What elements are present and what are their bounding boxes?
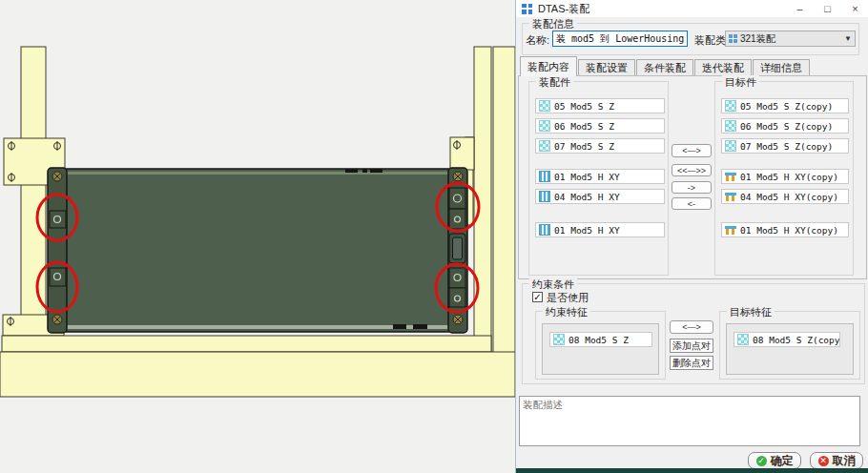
cancel-button-label: 取消: [833, 453, 856, 469]
use-constraint-checkbox[interactable]: ✓: [532, 292, 543, 302]
tab-strip: 装配内容 装配设置 条件装配 迭代装配 详细信息: [520, 59, 811, 76]
assembly-item-label: 05 Mod5 S Z: [554, 101, 614, 112]
target-parts-group-label: 目标件: [722, 75, 759, 90]
surface-feature-icon: [553, 334, 565, 345]
surface-feature-icon: [725, 100, 736, 112]
target-feature-group-label: 目标特征: [727, 305, 775, 319]
target-item-label: 06 Mod5 S Z(copy): [740, 121, 833, 132]
window-bottom-edge: [516, 468, 868, 473]
tab-assembly-content[interactable]: 装配内容: [520, 56, 577, 76]
name-label: 名称:: [526, 33, 549, 48]
assembly-item-06[interactable]: 06 Mod5 S Z: [535, 118, 665, 134]
target-item-05[interactable]: 05 Mod5 S Z(copy): [721, 98, 849, 113]
assembly-type-value: 321装配: [740, 32, 775, 46]
assembly-parts-group-label: 装配件: [536, 75, 573, 90]
name-input[interactable]: [552, 31, 688, 47]
target-item-label: 04 Mod5 H XY(copy): [740, 192, 838, 202]
assembly-item-label: 06 Mod5 S Z: [554, 121, 614, 132]
assembly-description-textarea[interactable]: [519, 396, 860, 446]
tab-conditional-assembly[interactable]: 条件装配: [636, 59, 693, 76]
target-item-label: 01 Mod5 H XY(copy): [740, 225, 838, 236]
target-item-label: 01 Mod5 H XY(copy): [740, 172, 838, 182]
move-left-button[interactable]: <-: [672, 197, 712, 210]
tab-assembly-settings[interactable]: 装配设置: [578, 59, 635, 76]
constraint-feature-label: 08 Mod5 S Z: [568, 335, 629, 345]
maximize-button[interactable]: □: [814, 0, 841, 17]
assembly-item-label: 01 Mod5 H XY: [554, 172, 620, 182]
hole-feature-icon: [539, 224, 550, 236]
target-item-07[interactable]: 07 Mod5 S Z(copy): [721, 138, 849, 154]
pin-feature-icon: [725, 193, 736, 201]
tab-iterative-assembly[interactable]: 迭代装配: [694, 59, 752, 76]
assembly-item-01h2[interactable]: 01 Mod5 H XY: [535, 222, 665, 237]
use-constraint-label: 是否使用: [547, 291, 589, 305]
assembly-item-04h[interactable]: 04 Mod5 H XY: [535, 189, 665, 204]
swap-all-button[interactable]: <<—>>: [672, 164, 712, 176]
app-logo-icon: [522, 4, 532, 14]
assembly-item-07[interactable]: 07 Mod5 S Z: [535, 138, 665, 154]
cancel-button[interactable]: ✕ 取消: [810, 452, 863, 469]
target-item-01h2[interactable]: 01 Mod5 H XY(copy): [721, 222, 849, 237]
close-button[interactable]: ×: [841, 0, 868, 17]
target-item-label: 07 Mod5 S Z(copy): [740, 141, 833, 152]
assembly-item-label: 07 Mod5 S Z: [554, 141, 614, 152]
ok-button[interactable]: ✓ 确定: [748, 452, 801, 469]
tab-detail-info[interactable]: 详细信息: [753, 59, 810, 76]
move-right-button[interactable]: ->: [672, 181, 712, 194]
assembly-item-05[interactable]: 05 Mod5 S Z: [535, 98, 665, 113]
assembly-type-icon: [729, 34, 737, 43]
assembly-info-group-label: 装配信息: [529, 17, 577, 31]
target-item-04h[interactable]: 04 Mod5 H XY(copy): [721, 189, 849, 204]
dtas-app-window: DTAS-装配 – □ × 装配信息 名称: 装配类型: 321装配 ▼ 装配内…: [0, 0, 868, 473]
target-item-06[interactable]: 06 Mod5 S Z(copy): [721, 118, 849, 134]
surface-feature-icon: [725, 140, 736, 152]
surface-feature-icon: [725, 120, 736, 132]
target-feature-item[interactable]: 08 Mod5 S Z(copy): [734, 332, 840, 347]
board-left-rail: [48, 168, 67, 333]
surface-feature-icon: [539, 120, 550, 132]
constraint-group-label: 约束条件: [529, 278, 577, 292]
remove-point-pair-button[interactable]: 删除点对: [670, 356, 713, 370]
assembly-dialog: DTAS-装配 – □ × 装配信息 名称: 装配类型: 321装配 ▼ 装配内…: [515, 0, 868, 473]
hole-feature-icon: [539, 171, 550, 182]
window-title: DTAS-装配: [538, 2, 589, 16]
chevron-down-icon: ▼: [844, 34, 852, 43]
board-right-rail: [448, 168, 467, 333]
surface-feature-icon: [539, 100, 550, 112]
target-feature-label: 08 Mod5 S Z(copy): [753, 335, 840, 345]
ok-button-label: 确定: [771, 453, 794, 469]
surface-feature-icon: [737, 334, 749, 345]
minimize-button[interactable]: –: [786, 0, 814, 17]
title-bar[interactable]: DTAS-装配 – □ ×: [516, 0, 868, 17]
constraint-feature-item[interactable]: 08 Mod5 S Z: [549, 332, 652, 347]
swap-pair-button[interactable]: <—>: [672, 144, 712, 157]
constraint-feature-group-label: 约束特征: [543, 305, 590, 319]
pin-feature-icon: [725, 173, 736, 181]
constraint-swap-button[interactable]: <—>: [670, 320, 713, 334]
assembly-item-label: 04 Mod5 H XY: [554, 192, 620, 202]
target-item-01h[interactable]: 01 Mod5 H XY(copy): [721, 169, 849, 184]
cancel-x-icon: ✕: [818, 456, 829, 466]
hole-feature-icon: [539, 191, 550, 202]
surface-feature-icon: [539, 140, 550, 152]
cad-viewport[interactable]: [0, 0, 515, 473]
pin-feature-icon: [725, 226, 736, 235]
target-item-label: 05 Mod5 S Z(copy): [740, 101, 833, 112]
assembly-item-label: 01 Mod5 H XY: [554, 225, 620, 236]
ok-check-icon: ✓: [756, 456, 767, 466]
assembly-type-dropdown[interactable]: 321装配 ▼: [725, 31, 856, 47]
module-board: [48, 168, 467, 333]
assembly-item-01h[interactable]: 01 Mod5 H XY: [535, 169, 665, 184]
checkmark-icon: ✓: [533, 293, 541, 302]
add-point-pair-button[interactable]: 添加点对: [670, 339, 713, 353]
